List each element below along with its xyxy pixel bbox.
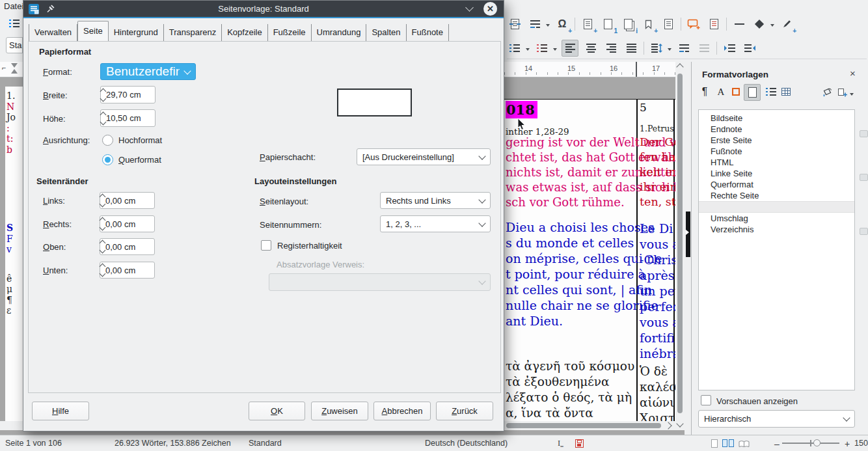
margin-right-spinbox[interactable]: 0,00 cm — [100, 215, 155, 232]
style-item[interactable]: Fußnote — [699, 146, 854, 157]
horizontal-ruler[interactable]: 14 15 16 17 — [504, 62, 675, 77]
zoom-slider-thumb[interactable] — [813, 439, 821, 446]
cancel-button[interactable]: Abbrechen — [373, 402, 431, 420]
menu-file[interactable]: Datei — [4, 1, 23, 11]
tab-fussnote[interactable]: Fußnote — [407, 24, 449, 41]
sidebar-tab-icon[interactable] — [860, 130, 868, 137]
page-numbers-dropdown[interactable]: 1, 2, 3, ... — [380, 215, 491, 232]
register-true-checkbox[interactable] — [261, 240, 271, 251]
paragraph-style-icon[interactable] — [527, 16, 543, 32]
line-spacing-icon[interactable] — [649, 40, 664, 56]
freeform-draw-icon[interactable]: + — [779, 16, 794, 32]
track-changes-icon[interactable] — [706, 16, 722, 32]
apply-button[interactable]: Zuweisen — [311, 402, 368, 420]
insert-field-icon[interactable]: + — [580, 16, 595, 32]
zoom-in-icon[interactable]: + — [845, 439, 850, 449]
margin-top-spinbox[interactable]: 0,00 cm — [100, 238, 155, 255]
paragraph-styles-icon[interactable]: ¶ — [697, 84, 712, 100]
page-style-status[interactable]: Standard — [249, 439, 282, 448]
height-spinbox[interactable]: 10,50 cm — [100, 109, 156, 127]
margin-bottom-spinbox[interactable]: 0,00 cm — [100, 262, 155, 279]
style-item-selected[interactable] — [699, 201, 854, 213]
numbered-list-icon[interactable] — [534, 40, 550, 56]
style-item[interactable]: Erste Seite — [699, 135, 854, 146]
document-page[interactable]: 018 inther 1,28-29 gering ist vor der We… — [504, 99, 675, 421]
margin-left-spinbox[interactable]: 0,00 cm — [100, 192, 155, 209]
tab-stop-selector-icon[interactable]: ⌐ — [2, 64, 6, 72]
style-item[interactable]: Querformat — [699, 179, 854, 190]
chevron-down-icon[interactable] — [553, 48, 557, 53]
sidebar-tab-icon[interactable] — [860, 174, 868, 181]
horizontal-scroll-thumb[interactable] — [506, 423, 661, 428]
tab-spalten[interactable]: Spalten — [366, 24, 406, 41]
document-modified-icon[interactable] — [575, 439, 584, 448]
increase-indent-icon[interactable] — [722, 40, 737, 56]
chevron-down-icon[interactable] — [668, 48, 671, 53]
insert-cross-reference-icon[interactable] — [660, 16, 676, 32]
table-styles-icon[interactable] — [778, 84, 794, 100]
style-filter-dropdown[interactable]: Hierarchisch — [698, 410, 855, 428]
style-item[interactable]: Linke Seite — [699, 168, 854, 179]
chevron-down-icon[interactable] — [546, 24, 550, 29]
insert-footnote-icon[interactable]: 1 — [600, 16, 616, 32]
zoom-out-icon[interactable]: – — [774, 439, 780, 449]
style-item[interactable]: HTML — [699, 157, 854, 168]
justify-icon[interactable] — [623, 40, 639, 56]
sidebar-tab-icon[interactable] — [860, 228, 868, 235]
page-break-icon[interactable] — [507, 16, 522, 32]
close-icon[interactable]: × — [850, 68, 856, 79]
tab-transparenz[interactable]: Transparenz — [164, 24, 223, 41]
toolbar-icon-partial[interactable] — [7, 16, 22, 31]
close-icon[interactable]: ✕ — [483, 2, 497, 16]
page-left-sliver[interactable]: 1. N Jo : t: b S F v ê μ ¶ ε — [5, 87, 23, 421]
new-style-from-selection-icon[interactable] — [835, 84, 850, 100]
tab-kopfzeile[interactable]: Kopfzeile — [222, 24, 267, 41]
language-status[interactable]: Deutsch (Deutschland) — [425, 439, 508, 448]
single-page-view-icon[interactable] — [711, 439, 718, 448]
page-styles-icon[interactable] — [744, 84, 761, 101]
style-item[interactable]: Rechte Seite — [699, 190, 854, 201]
tab-hintergrund[interactable]: Hintergrund — [109, 24, 164, 41]
paragraph-spacing-icon[interactable] — [676, 40, 692, 56]
format-dropdown[interactable]: Benutzerdefiniert — [100, 63, 196, 80]
style-item[interactable]: Bildseite — [699, 113, 854, 124]
help-button[interactable]: Hilfe — [32, 402, 89, 420]
sidebar-hide-handle[interactable] — [686, 212, 690, 257]
insert-endnote-icon[interactable]: i — [620, 16, 636, 32]
reset-button[interactable]: Zurück — [436, 402, 493, 420]
fill-format-mode-icon[interactable] — [819, 84, 835, 100]
list-styles-icon[interactable] — [763, 84, 779, 100]
bullet-list-icon[interactable] — [507, 40, 522, 56]
zoom-level-value[interactable]: 150 — [854, 439, 868, 448]
sidebar-splitter[interactable] — [685, 62, 691, 435]
tab-verwalten[interactable]: Verwalten — [29, 24, 77, 41]
selection-mode-icon[interactable]: I‗ — [558, 439, 563, 448]
book-view-icon[interactable] — [739, 439, 750, 451]
align-center-icon[interactable] — [583, 40, 599, 56]
chevron-down-icon[interactable] — [770, 24, 774, 29]
align-right-icon[interactable] — [603, 40, 619, 56]
landscape-radio[interactable] — [102, 154, 113, 165]
paragraph-style-combobox[interactable]: Standard — [6, 37, 23, 53]
page-count-status[interactable]: Seite 1 von 106 — [5, 439, 62, 448]
basic-shapes-icon[interactable] — [752, 16, 767, 32]
portrait-label[interactable]: Hochformat — [118, 135, 162, 145]
dialog-titlebar[interactable]: Seitenvorlage: Standard ✕ — [23, 1, 504, 18]
scroll-right-icon[interactable] — [664, 422, 671, 429]
insert-bookmark-icon[interactable]: + — [640, 16, 656, 32]
portrait-radio[interactable] — [102, 135, 113, 146]
style-item[interactable]: Endnote — [699, 124, 854, 135]
vertical-scrollbar[interactable] — [675, 62, 685, 430]
scroll-down-icon[interactable] — [676, 420, 683, 427]
register-true-label[interactable]: Registerhaltigkeit — [277, 241, 342, 251]
decrease-indent-icon[interactable] — [742, 40, 757, 56]
chevron-down-icon[interactable] — [850, 93, 854, 98]
tab-seite[interactable]: Seite — [77, 21, 109, 41]
chevron-down-icon[interactable] — [526, 48, 530, 53]
tab-umrandung[interactable]: Umrandung — [312, 24, 367, 41]
width-spinbox[interactable]: 29,70 cm — [100, 86, 156, 103]
page-layout-dropdown[interactable]: Rechts und Links — [380, 192, 491, 209]
style-item[interactable]: Verzeichnis — [699, 224, 854, 235]
align-left-icon[interactable] — [562, 40, 578, 57]
show-previews-checkbox[interactable] — [701, 395, 711, 405]
